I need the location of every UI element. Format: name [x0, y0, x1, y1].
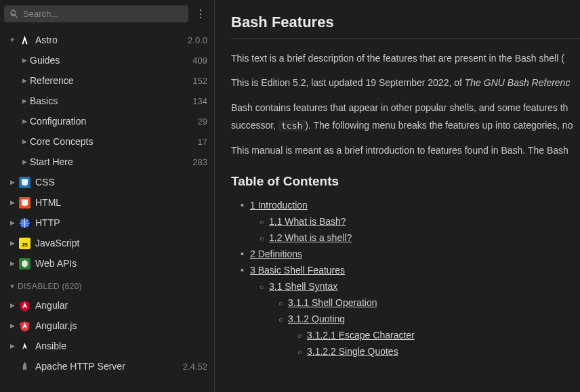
css-icon	[18, 175, 31, 189]
chevron-right-icon: ▶	[19, 138, 30, 145]
chevron-right-icon: ▶	[7, 219, 18, 226]
folder-count: 152	[192, 76, 207, 86]
chevron-right-icon: ▶	[7, 260, 18, 267]
disabled-header[interactable]: ▼ DISABLED (620)	[0, 278, 214, 295]
docset-label: HTML	[35, 197, 207, 208]
docset-astro[interactable]: ▼ Astro 2.0.0	[0, 30, 214, 50]
svg-text:JS: JS	[21, 241, 28, 247]
docset-version: 2.0.0	[188, 35, 207, 45]
docset-label: Angular.js	[35, 320, 207, 331]
toc-link[interactable]: 3 Basic Shell Features	[250, 265, 345, 276]
toc-link[interactable]: 3.1.2.2 Single Quotes	[307, 346, 398, 357]
tree-folder[interactable]: ▶ Core Concepts 17	[0, 131, 214, 152]
http-icon	[18, 216, 31, 230]
chevron-right-icon: ▶	[7, 322, 18, 329]
angularjs-icon	[18, 319, 31, 332]
search-box[interactable]	[4, 5, 188, 22]
more-menu-button[interactable]: ⋮	[191, 4, 210, 23]
docset-label: Ansible	[35, 341, 207, 351]
toc-link[interactable]: 1.1 What is Bash?	[269, 216, 346, 227]
chevron-right-icon: ▶	[7, 179, 18, 186]
docset-version: 2.4.52	[183, 362, 207, 372]
intro-para-1: This text is a brief description of the …	[231, 51, 580, 66]
tree-folder[interactable]: ▶ Configuration 29	[0, 111, 214, 131]
tree-folder[interactable]: ▶ Start Here 283	[0, 152, 214, 172]
disabled-docset-angular[interactable]: ▶ Angular	[0, 295, 214, 315]
chevron-right-icon: ▶	[19, 57, 30, 64]
folder-count: 134	[192, 96, 207, 106]
js-icon: JS	[18, 236, 31, 250]
angular-icon	[18, 299, 31, 312]
docset-label: Angular	[35, 300, 207, 311]
disabled-docset-apache-http-server[interactable]: Apache HTTP Server 2.4.52	[0, 356, 214, 376]
intro-para-2: This is Edition 5.2, last updated 19 Sep…	[231, 75, 580, 90]
folder-label: Guides	[30, 55, 192, 66]
docset-label: HTTP	[35, 217, 207, 228]
disabled-header-label: DISABLED (620)	[18, 282, 82, 291]
docset-label: Astro	[35, 35, 188, 45]
intro-para-4: This manual is meant as a brief introduc…	[231, 143, 580, 158]
toc-link[interactable]: 1 Introduction	[250, 200, 308, 211]
docset-javascript[interactable]: ▶ JS JavaScript	[0, 233, 214, 253]
html-icon	[18, 196, 31, 209]
folder-label: Core Concepts	[30, 136, 198, 147]
toc-link[interactable]: 2 Definitions	[250, 248, 302, 259]
toc-link[interactable]: 3.1.2.1 Escape Character	[307, 330, 415, 341]
toc-link[interactable]: 3.1.2 Quoting	[288, 313, 345, 324]
folder-label: Basics	[30, 95, 192, 106]
folder-count: 29	[198, 116, 207, 127]
code-tcsh: tcsh	[278, 120, 305, 131]
astro-icon	[18, 33, 31, 47]
tree-folder[interactable]: ▶ Reference 152	[0, 70, 214, 91]
folder-label: Start Here	[30, 156, 192, 167]
docset-html[interactable]: ▶ HTML	[0, 192, 214, 213]
search-icon	[9, 9, 19, 18]
apache-icon	[18, 360, 31, 373]
toc: 1 Introduction 1.1 What is Bash? 1.2 Wha…	[231, 200, 580, 357]
search-row: ⋮	[0, 0, 214, 27]
page-title: Bash Features	[231, 14, 580, 39]
chevron-right-icon: ▶	[7, 240, 18, 246]
chevron-right-icon: ▶	[19, 158, 30, 165]
disabled-docset-ansible[interactable]: ▶ Ansible	[0, 336, 214, 356]
docset-tree: ▼ Astro 2.0.0 ▶ Guides 409▶ Reference 15…	[0, 27, 214, 392]
sidebar: ⋮ ▼ Astro 2.0.0 ▶ Guides 409▶ Reference …	[0, 0, 215, 392]
folder-count: 17	[198, 137, 207, 147]
docset-http[interactable]: ▶ HTTP	[0, 213, 214, 233]
toc-heading: Table of Contents	[231, 174, 580, 189]
intro-para-3b: successor, tcsh). The following menu bre…	[231, 118, 580, 133]
folder-count: 409	[192, 56, 207, 66]
toc-link[interactable]: 3.1 Shell Syntax	[269, 281, 337, 292]
more-vert-icon: ⋮	[195, 7, 206, 20]
content-pane: Bash Features This text is a brief descr…	[215, 0, 580, 392]
chevron-down-icon: ▼	[7, 37, 18, 43]
chevron-right-icon: ▶	[19, 97, 30, 104]
chevron-down-icon: ▼	[7, 283, 18, 290]
chevron-right-icon: ▶	[19, 77, 30, 84]
ansible-icon	[18, 339, 31, 353]
folder-count: 283	[192, 157, 207, 167]
toc-link[interactable]: 3.1.1 Shell Operation	[288, 297, 377, 308]
docset-label: CSS	[35, 177, 207, 188]
tree-folder[interactable]: ▶ Guides 409	[0, 50, 214, 70]
docset-label: JavaScript	[35, 238, 207, 248]
folder-label: Reference	[30, 75, 192, 86]
chevron-right-icon: ▶	[19, 118, 30, 125]
disabled-docset-angular-js[interactable]: ▶ Angular.js	[0, 315, 214, 336]
webapi-icon	[18, 257, 31, 270]
intro-para-3a: Bash contains features that appear in ot…	[231, 100, 580, 115]
folder-label: Configuration	[30, 116, 198, 127]
docset-label: Apache HTTP Server	[35, 361, 183, 372]
chevron-right-icon: ▶	[7, 199, 18, 206]
chevron-right-icon: ▶	[7, 343, 18, 349]
toc-link[interactable]: 1.2 What is a shell?	[269, 232, 352, 243]
tree-folder[interactable]: ▶ Basics 134	[0, 91, 214, 111]
docset-css[interactable]: ▶ CSS	[0, 172, 214, 192]
docset-label: Web APIs	[35, 258, 207, 269]
chevron-right-icon: ▶	[7, 302, 18, 309]
search-input[interactable]	[23, 9, 183, 19]
docset-web-apis[interactable]: ▶ Web APIs	[0, 253, 214, 274]
